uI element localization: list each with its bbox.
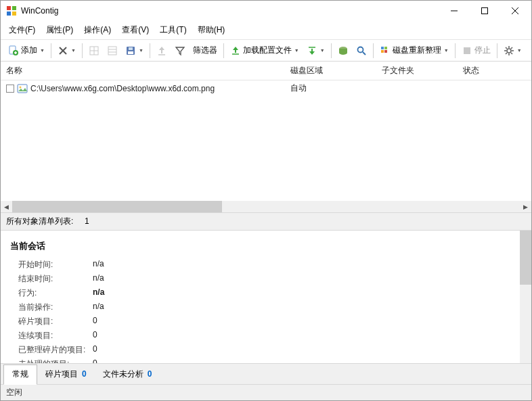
menubar: 文件(F) 属性(P) 操作(A) 查看(V) 工具(T) 帮助(H) xyxy=(1,21,531,40)
close-button[interactable] xyxy=(500,1,530,21)
menu-tools[interactable]: 工具(T) xyxy=(154,22,192,38)
vertical-scrollbar[interactable] xyxy=(520,231,531,363)
start-time-label: 开始时间: xyxy=(18,259,93,270)
list-count: 1 xyxy=(85,216,89,226)
up-button xyxy=(153,43,171,59)
column-disk-area[interactable]: 磁盘区域 xyxy=(285,62,376,80)
fragments-label: 碎片项目: xyxy=(18,316,93,327)
checkbox-icon[interactable] xyxy=(6,85,14,93)
menu-help[interactable]: 帮助(H) xyxy=(192,22,231,38)
end-time-value: n/a xyxy=(93,273,104,285)
search-button[interactable] xyxy=(353,43,370,59)
svg-rect-43 xyxy=(7,85,14,92)
disk-reorg-label: 磁盘重新整理 xyxy=(393,45,441,56)
svg-rect-3 xyxy=(12,11,16,16)
download-green-icon xyxy=(307,45,317,56)
list-icon xyxy=(107,45,118,56)
add-button[interactable]: 添加 ▼ xyxy=(5,42,48,59)
disk-button[interactable] xyxy=(334,43,352,59)
contiguous-value: 0 xyxy=(93,330,97,341)
fragments-value: 0 xyxy=(93,316,97,327)
status-text: 空闲 xyxy=(6,387,22,397)
download-button[interactable]: ▼ xyxy=(303,43,328,59)
scroll-right-icon[interactable]: ▶ xyxy=(520,201,531,212)
current-op-label: 当前操作: xyxy=(18,302,93,313)
horizontal-scrollbar[interactable]: ◀ ▶ xyxy=(1,201,531,212)
load-profile-button[interactable]: 加载配置文件 ▼ xyxy=(227,42,303,59)
dropdown-icon: ▼ xyxy=(40,48,45,53)
maximize-button[interactable] xyxy=(469,1,500,21)
grid1-button xyxy=(85,43,103,59)
svg-rect-2 xyxy=(7,11,11,16)
scroll-thumb[interactable] xyxy=(520,231,531,285)
filter-button[interactable]: 筛选器 xyxy=(190,42,221,59)
settings-button[interactable]: ▼ xyxy=(500,43,525,59)
defrag-icon xyxy=(380,45,391,56)
list-item[interactable]: C:\Users\www.x6g.com\Desktop\www.x6d.com… xyxy=(1,80,531,96)
start-time-value: n/a xyxy=(93,259,104,270)
filter-funnel-button[interactable] xyxy=(171,43,189,59)
upload-icon xyxy=(156,45,167,56)
defragged-label: 已整理碎片的项目: xyxy=(18,344,93,356)
svg-point-45 xyxy=(20,86,22,88)
upload-green-icon xyxy=(230,45,241,56)
disk-area-value: 自动 xyxy=(290,82,307,94)
disk-reorg-button[interactable]: 磁盘重新整理 ▼ xyxy=(376,42,452,59)
end-time-label: 结束时间: xyxy=(18,273,93,285)
image-file-icon xyxy=(17,83,28,94)
menu-file[interactable]: 文件(F) xyxy=(3,22,41,38)
remove-icon xyxy=(58,45,68,56)
column-name[interactable]: 名称 xyxy=(1,62,285,80)
gear-icon xyxy=(504,45,514,56)
menu-action[interactable]: 操作(A) xyxy=(79,22,116,38)
svg-rect-33 xyxy=(464,47,470,54)
tab-not-analyzed[interactable]: 文件未分析0 xyxy=(95,365,160,384)
menu-attributes[interactable]: 属性(P) xyxy=(41,22,79,38)
svg-line-40 xyxy=(511,53,512,54)
column-status[interactable]: 状态 xyxy=(458,62,531,80)
svg-rect-32 xyxy=(384,50,387,53)
action-value: n/a xyxy=(93,287,104,299)
action-label: 行为: xyxy=(18,287,93,299)
remove-button[interactable]: ▼ xyxy=(54,43,79,59)
svg-line-28 xyxy=(363,52,365,55)
titlebar: WinContig xyxy=(1,1,531,21)
file-listview: 名称 磁盘区域 子文件夹 状态 C:\Users\www.x6g.com\Des… xyxy=(1,62,531,212)
tab-general[interactable]: 常规 xyxy=(3,364,37,385)
add-file-icon xyxy=(8,45,19,56)
stop-label: 停止 xyxy=(474,45,491,56)
dropdown-icon: ▼ xyxy=(320,48,325,53)
defragged-value: 0 xyxy=(93,344,97,356)
window-title: WinContig xyxy=(21,6,439,16)
current-op-value: n/a xyxy=(93,302,104,313)
svg-point-27 xyxy=(357,47,363,52)
scroll-thumb[interactable] xyxy=(12,201,222,212)
disk-icon xyxy=(338,45,349,56)
unprocessed-label: 未处理的项目: xyxy=(18,358,93,363)
tab-fragments[interactable]: 碎片项目0 xyxy=(37,365,95,384)
bottom-tabs: 常规 碎片项目0 文件未分析0 xyxy=(1,363,531,384)
add-label: 添加 xyxy=(21,45,37,56)
listview-header: 名称 磁盘区域 子文件夹 状态 xyxy=(1,62,531,80)
svg-line-41 xyxy=(511,47,512,49)
toolbar: 添加 ▼ ▼ ▼ 筛选器 加载配置文件 ▼ ▼ xyxy=(1,40,531,62)
statusbar: 空闲 xyxy=(1,384,531,400)
load-profile-label: 加载配置文件 xyxy=(243,45,292,56)
scroll-left-icon[interactable]: ◀ xyxy=(1,201,12,212)
list-summary-bar: 所有对象清单列表: 1 xyxy=(1,212,531,231)
session-heading: 当前会话 xyxy=(10,240,522,252)
funnel-icon xyxy=(175,45,185,56)
file-path: C:\Users\www.x6g.com\Desktop\www.x6d.com… xyxy=(30,84,215,93)
svg-rect-30 xyxy=(384,47,387,49)
svg-point-34 xyxy=(507,49,511,53)
menu-view[interactable]: 查看(V) xyxy=(116,22,154,38)
svg-rect-21 xyxy=(128,51,133,54)
minimize-button[interactable] xyxy=(439,1,469,21)
column-subfolder[interactable]: 子文件夹 xyxy=(376,62,458,80)
save-button[interactable]: ▼ xyxy=(122,43,147,59)
grid-icon xyxy=(89,45,99,56)
unprocessed-value: 0 xyxy=(93,358,97,363)
stop-icon xyxy=(462,45,472,56)
app-window: WinContig 文件(F) 属性(P) 操作(A) 查看(V) 工具(T) … xyxy=(0,0,532,401)
listview-body[interactable]: C:\Users\www.x6g.com\Desktop\www.x6d.com… xyxy=(1,80,531,201)
